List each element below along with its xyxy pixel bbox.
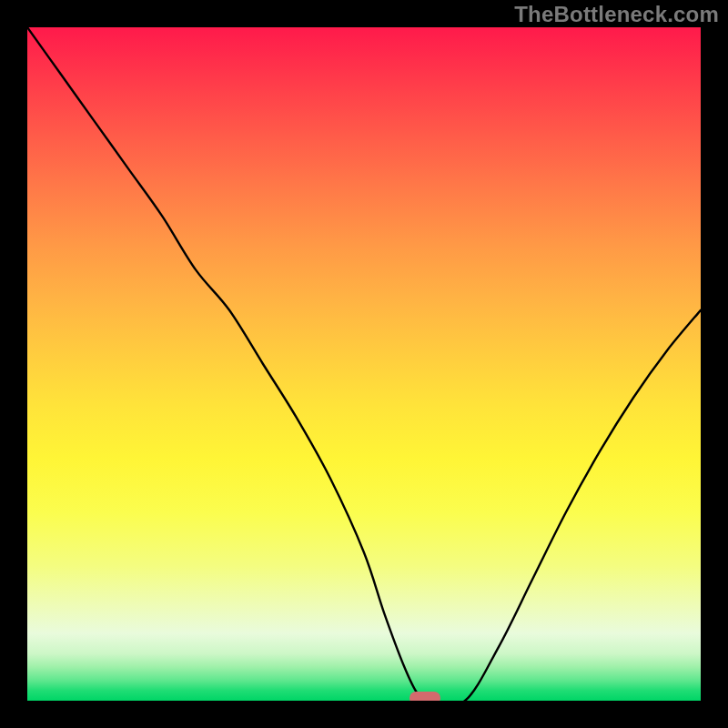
watermark-text: TheBottleneck.com bbox=[514, 2, 719, 27]
optimum-marker bbox=[410, 692, 440, 701]
bottleneck-curve bbox=[27, 27, 701, 701]
chart-frame: TheBottleneck.com bbox=[0, 0, 728, 728]
plot-area bbox=[27, 27, 701, 701]
curve-path bbox=[27, 27, 701, 701]
